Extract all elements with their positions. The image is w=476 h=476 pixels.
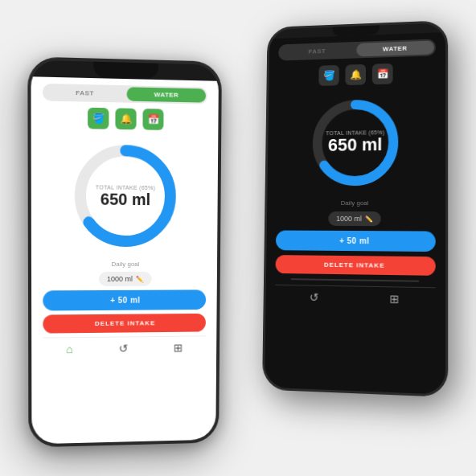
dark-goal-pill[interactable]: 1000 ml ✏️ [328,211,381,226]
dark-cup-icon[interactable]: 🪣 [318,65,339,86]
light-pencil-icon: ✏️ [136,275,144,282]
dark-phone-screen: FAST WATER 🪣 🔔 📅 TOTAL INTAKE (65%) 650 … [265,32,445,395]
light-nav-home-icon[interactable]: ⌂ [66,343,73,355]
light-goal-value: 1000 ml [107,275,133,283]
light-nav-refresh-icon[interactable]: ↺ [119,342,129,355]
light-delete-button[interactable]: DELETE INTAKE [43,314,206,334]
dark-phone: FAST WATER 🪣 🔔 📅 TOTAL INTAKE (65%) 650 … [262,20,448,397]
dark-tab-fast[interactable]: FAST [280,43,355,60]
light-tab-water[interactable]: WATER [127,87,206,102]
light-tab-fast[interactable]: FAST [44,85,125,101]
light-ring-label: TOTAL INTAKE (65%) [96,184,155,191]
dark-bell-icon[interactable]: 🔔 [345,64,366,85]
light-goal-pill[interactable]: 1000 ml ✏️ [99,272,152,286]
dark-icon-row: 🪣 🔔 📅 [278,60,436,88]
dark-goal-input[interactable]: 1000 ml ✏️ [276,211,435,227]
dark-goal-value: 1000 ml [336,215,362,223]
dark-nav-refresh-icon[interactable]: ↺ [310,291,319,304]
light-ring-container: TOTAL INTAKE (65%) 650 ml [43,133,207,256]
dark-calendar-icon[interactable]: 📅 [372,64,393,84]
dark-tab-water[interactable]: WATER [356,41,434,57]
dark-tab-bar[interactable]: FAST WATER [278,39,436,60]
light-calendar-icon[interactable]: 📅 [142,109,163,130]
light-icon-row: 🪣 🔔 📅 [43,105,207,133]
light-tab-bar[interactable]: FAST WATER [43,84,207,105]
dark-scroll-indicator [291,278,419,282]
light-ring-value: 650 ml [96,190,155,208]
light-daily-goal-label: Daily goal [43,261,206,268]
light-bell-icon[interactable]: 🔔 [115,108,136,129]
light-phone-screen: FAST WATER 🪣 🔔 📅 TOTAL INTAKE (65%) 650 … [31,76,219,444]
light-nav-grid-icon[interactable]: ⊞ [174,342,183,355]
light-phone: FAST WATER 🪣 🔔 📅 TOTAL INTAKE (65%) 650 … [27,56,222,447]
dark-ring-center: TOTAL INTAKE (65%) 650 ml [326,130,385,156]
light-bottom-nav: ⌂ ↺ ⊞ [43,335,205,357]
dark-nav-grid-icon[interactable]: ⊞ [389,292,399,306]
dark-pencil-icon: ✏️ [365,215,373,223]
dark-ring-value: 650 ml [326,135,384,155]
dark-ring-container: TOTAL INTAKE (65%) 650 ml [277,89,436,195]
light-cup-icon[interactable]: 🪣 [88,108,109,129]
dark-add-button[interactable]: + 50 ml [276,230,436,252]
dark-delete-button[interactable]: DELETE INTAKE [276,255,436,276]
dark-daily-goal-label: Daily goal [277,199,436,207]
dark-phone-notch [332,25,380,36]
light-ring-center: TOTAL INTAKE (65%) 650 ml [96,184,155,208]
dark-bottom-nav: ↺ ⊞ [275,285,436,308]
light-goal-input[interactable]: 1000 ml ✏️ [43,272,206,287]
scene: FAST WATER 🪣 🔔 📅 TOTAL INTAKE (65%) 650 … [29,13,447,463]
light-add-button[interactable]: + 50 ml [43,289,206,310]
light-phone-notch [93,62,158,80]
